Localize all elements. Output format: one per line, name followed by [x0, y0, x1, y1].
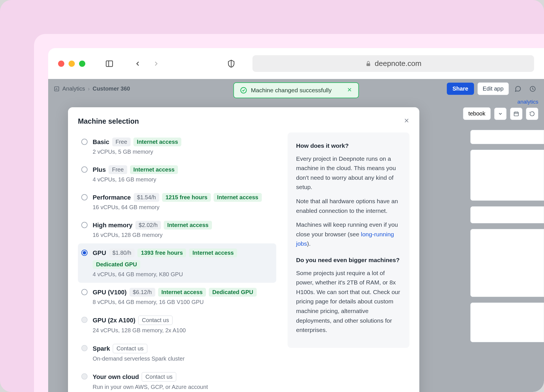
radio-button[interactable] — [81, 222, 88, 228]
option-name: Spark — [93, 345, 110, 352]
info-heading-1: How does it work? — [296, 141, 401, 151]
machine-option-performance[interactable]: Performance$1.54/h1215 free hoursInterne… — [78, 188, 276, 216]
badge--1-54-h: $1.54/h — [134, 193, 160, 202]
badge-free: Free — [109, 165, 127, 174]
option-name: GPU (V100) — [93, 289, 127, 296]
option-content: SparkContact usOn-demand serverless Spar… — [93, 344, 271, 362]
option-name: GPU — [93, 249, 106, 257]
edit-app-button[interactable]: Edit app — [477, 82, 509, 95]
share-button[interactable]: Share — [447, 83, 474, 95]
option-name: Performance — [93, 194, 131, 201]
option-content: Your own cloudContact usRun in your own … — [93, 372, 271, 390]
machine-option-basic[interactable]: BasicFreeInternet access2 vCPUs, 5 GB me… — [78, 132, 276, 160]
modal-close-button[interactable] — [404, 118, 409, 125]
clock-icon[interactable] — [527, 83, 538, 95]
analytics-link[interactable]: analytics — [517, 99, 538, 105]
option-content: GPU (V100)$6.12/hInternet accessDedicate… — [93, 288, 271, 305]
content-block — [470, 303, 544, 342]
info-panel: How does it work? Every project in Deepn… — [288, 132, 409, 348]
machine-option-plus[interactable]: PlusFreeInternet access4 vCPUs, 16 GB me… — [78, 160, 276, 188]
badge--1-80-h: $1.80/h — [109, 249, 135, 257]
background-content — [470, 130, 544, 348]
nav-back-icon[interactable] — [132, 58, 143, 69]
option-specs: 2 vCPUs, 5 GB memory — [93, 149, 271, 155]
svg-rect-2 — [366, 63, 370, 66]
refresh-icon[interactable] — [526, 108, 538, 120]
badge-1215-free-hours: 1215 free hours — [162, 193, 211, 202]
browser-window: deepnote.com Analytics › Customer 360 Sh… — [48, 48, 544, 392]
lock-icon — [365, 61, 371, 67]
machine-option-gpu-v100-[interactable]: GPU (V100)$6.12/hInternet accessDedicate… — [78, 283, 276, 310]
option-title-row: GPU (V100)$6.12/hInternet accessDedicate… — [93, 288, 271, 297]
option-title-row: GPU$1.80/h1393 free hoursInternet access… — [93, 249, 271, 269]
machine-option-gpu[interactable]: GPU$1.80/h1393 free hoursInternet access… — [78, 243, 276, 283]
radio-button[interactable] — [81, 139, 88, 145]
radio-button[interactable] — [81, 194, 88, 200]
option-specs: 4 vCPUs, 16 GB memory — [93, 176, 271, 183]
radio-button[interactable] — [81, 166, 88, 173]
option-specs: 24 vCPUs, 128 GB memory, 2x A100 — [93, 327, 271, 334]
badge-dedicated-gpu: Dedicated GPU — [209, 288, 256, 297]
outer-decorative-frame: deepnote.com Analytics › Customer 360 Sh… — [0, 0, 544, 392]
toast-close-button[interactable] — [347, 87, 352, 94]
badge-1393-free-hours: 1393 free hours — [137, 249, 186, 257]
badge--2-02-h: $2.02/h — [135, 221, 161, 230]
modal-body: BasicFreeInternet access2 vCPUs, 5 GB me… — [68, 132, 419, 392]
option-specs: 16 vCPUs, 128 GB memory — [93, 232, 271, 238]
window-controls — [58, 61, 85, 67]
option-content: Performance$1.54/h1215 free hoursInterne… — [93, 193, 271, 211]
window-maximize-button[interactable] — [79, 61, 85, 67]
breadcrumb-parent[interactable]: Analytics — [62, 85, 85, 92]
badge-internet-access: Internet access — [214, 193, 262, 202]
option-title-row: SparkContact us — [93, 344, 271, 353]
calendar-icon[interactable] — [510, 108, 522, 120]
badge-internet-access: Internet access — [130, 165, 178, 174]
breadcrumb-separator: › — [88, 85, 90, 92]
radio-button[interactable] — [81, 250, 88, 256]
badge-contact-us[interactable]: Contact us — [138, 316, 173, 325]
breadcrumb: Analytics › Customer 360 — [54, 85, 130, 92]
notebook-dropdown[interactable]: tebook — [463, 107, 491, 120]
info-heading-2: Do you need even bigger machines? — [296, 255, 401, 265]
badge-contact-us[interactable]: Contact us — [113, 344, 147, 353]
inner-decorative-frame: deepnote.com Analytics › Customer 360 Sh… — [34, 34, 544, 392]
machine-options-list: BasicFreeInternet access2 vCPUs, 5 GB me… — [78, 132, 276, 392]
info-para-4: Some projects just require a lot of powe… — [296, 268, 401, 335]
chevron-down-button[interactable] — [494, 108, 507, 120]
success-toast: Machine changed successfully — [233, 82, 359, 98]
info-para-2: Note that all hardware options have an e… — [296, 196, 401, 215]
badge-internet-access: Internet access — [189, 249, 237, 257]
window-close-button[interactable] — [58, 61, 64, 67]
content-block — [470, 206, 544, 223]
radio-button[interactable] — [81, 289, 88, 295]
machine-selection-modal: Machine selection BasicFreeInternet acce… — [68, 107, 419, 392]
comment-icon[interactable] — [512, 83, 524, 95]
nav-forward-icon — [150, 58, 162, 69]
machine-option-high-memory[interactable]: High memory$2.02/hInternet access16 vCPU… — [78, 216, 276, 243]
toolbar-right: Share Edit app — [447, 82, 538, 95]
url-text: deepnote.com — [375, 59, 422, 68]
option-content: GPU$1.80/h1393 free hoursInternet access… — [93, 249, 271, 278]
notebook-label: tebook — [468, 110, 485, 117]
badge--6-12-h: $6.12/h — [129, 288, 155, 297]
option-content: High memory$2.02/hInternet access16 vCPU… — [93, 221, 271, 238]
option-specs: 16 vCPUs, 64 GB memory — [93, 204, 271, 211]
address-bar[interactable]: deepnote.com — [252, 55, 534, 72]
option-name: High memory — [93, 222, 133, 229]
option-specs: Run in your own AWS, GCP, or Azure accou… — [93, 384, 271, 390]
option-specs: On-demand serverless Spark cluster — [93, 355, 271, 362]
breadcrumb-current[interactable]: Customer 360 — [93, 85, 130, 92]
content-block — [470, 150, 544, 201]
modal-title: Machine selection — [78, 117, 139, 125]
window-minimize-button[interactable] — [69, 61, 75, 67]
modal-header: Machine selection — [68, 117, 419, 132]
shield-icon[interactable] — [226, 58, 237, 69]
option-title-row: BasicFreeInternet access — [93, 138, 271, 146]
badge-dedicated-gpu: Dedicated GPU — [93, 260, 140, 269]
badge-contact-us[interactable]: Contact us — [142, 372, 176, 382]
sidebar-toggle-icon[interactable] — [104, 58, 115, 69]
option-specs: 4 vCPUs, 64 GB memory, K80 GPU — [93, 271, 271, 278]
option-title-row: Performance$1.54/h1215 free hoursInterne… — [93, 193, 271, 202]
option-name: GPU (2x A100) — [93, 317, 135, 324]
radio-button — [81, 373, 88, 380]
